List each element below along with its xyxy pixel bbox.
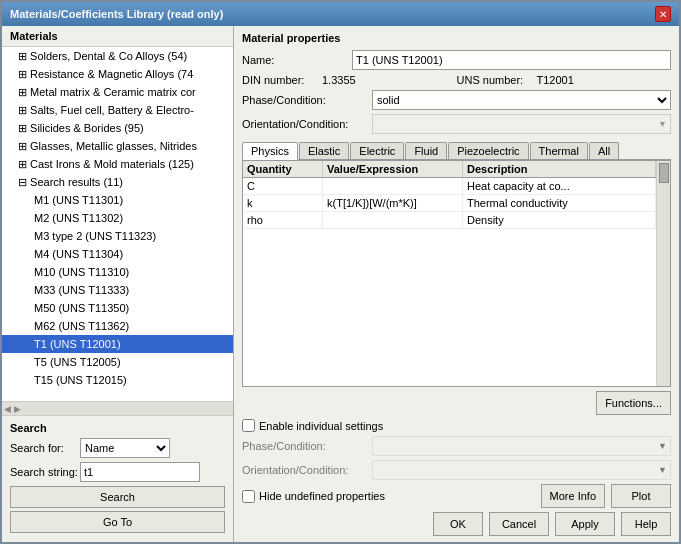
tab-piezoelectric[interactable]: Piezoelectric xyxy=(448,142,528,159)
tab-all[interactable]: All xyxy=(589,142,619,159)
functions-button[interactable]: Functions... xyxy=(596,391,671,415)
phase-row: Phase/Condition: solid liquid gas xyxy=(242,90,671,110)
orientation-row: Orientation/Condition: ▼ xyxy=(242,114,671,134)
help-button[interactable]: Help xyxy=(621,512,671,536)
table-row[interactable]: k k(T[1/K])[W/(m*K)] Thermal conductivit… xyxy=(243,195,656,212)
tree-item[interactable]: M2 (UNS T11302) xyxy=(2,209,233,227)
phase2-label: Phase/Condition: xyxy=(242,440,372,452)
cell-value xyxy=(323,178,463,194)
cell-value xyxy=(323,212,463,228)
tree-item[interactable]: T5 (UNS T12005) xyxy=(2,353,233,371)
more-info-plot-area: More Info Plot xyxy=(541,484,671,508)
cell-quantity: rho xyxy=(243,212,323,228)
tree-item[interactable]: M50 (UNS T11350) xyxy=(2,299,233,317)
name-input[interactable] xyxy=(352,50,671,70)
din-uns-row: DIN number: 1.3355 UNS number: T12001 xyxy=(242,74,671,86)
tree-item[interactable]: M33 (UNS T11333) xyxy=(2,281,233,299)
cell-description: Density xyxy=(463,212,656,228)
phase2-dropdown: ▼ xyxy=(372,436,671,456)
search-panel: Search Search for: Name Formula Descript… xyxy=(2,415,233,542)
hide-undefined-checkbox[interactable] xyxy=(242,490,255,503)
table-data: Quantity Value/Expression Description C … xyxy=(243,161,656,386)
title-bar: Materials/Coefficients Library (read onl… xyxy=(2,2,679,26)
tree-item[interactable]: ⊞ Silicides & Borides (95) xyxy=(2,119,233,137)
phase-select[interactable]: solid liquid gas xyxy=(372,90,671,110)
table-row[interactable]: C Heat capacity at co... xyxy=(243,178,656,195)
din-value: 1.3355 xyxy=(322,74,356,86)
table-header: Quantity Value/Expression Description xyxy=(243,161,656,178)
search-button[interactable]: Search xyxy=(10,486,225,508)
hide-undefined-row: Hide undefined properties xyxy=(242,490,385,503)
material-properties-header: Material properties xyxy=(242,32,671,44)
tree-item[interactable]: M3 type 2 (UNS T11323) xyxy=(2,227,233,245)
hide-undefined-label: Hide undefined properties xyxy=(259,490,385,502)
tab-elastic[interactable]: Elastic xyxy=(299,142,349,159)
search-string-row: Search string: xyxy=(10,462,225,482)
cell-value: k(T[1/K])[W/(m*K)] xyxy=(323,195,463,211)
ok-button[interactable]: OK xyxy=(433,512,483,536)
tab-thermal[interactable]: Thermal xyxy=(530,142,588,159)
name-row: Name: xyxy=(242,50,671,70)
uns-value: T12001 xyxy=(537,74,574,86)
name-label: Name: xyxy=(242,54,352,66)
left-panel: Materials ⊞ Solders, Dental & Co Alloys … xyxy=(2,26,234,542)
apply-button[interactable]: Apply xyxy=(555,512,615,536)
col-description: Description xyxy=(463,161,656,177)
tree-item[interactable]: ⊞ Cast Irons & Mold materials (125) xyxy=(2,155,233,173)
window-title: Materials/Coefficients Library (read onl… xyxy=(10,8,223,20)
table-scrollbar[interactable] xyxy=(656,161,670,386)
tree-item[interactable]: M62 (UNS T11362) xyxy=(2,317,233,335)
functions-plot-row: Functions... xyxy=(242,391,671,415)
orientation2-dropdown: ▼ xyxy=(372,460,671,480)
search-string-input[interactable] xyxy=(80,462,200,482)
tree-item[interactable]: ⊞ Salts, Fuel cell, Battery & Electro- xyxy=(2,101,233,119)
table-row[interactable]: rho Density xyxy=(243,212,656,229)
main-buttons-row: OK Cancel Apply Help xyxy=(242,512,671,536)
uns-label: UNS number: xyxy=(457,74,537,86)
tree-item[interactable]: M1 (UNS T11301) xyxy=(2,191,233,209)
right-panel: Material properties Name: DIN number: 1.… xyxy=(234,26,679,542)
phase-label: Phase/Condition: xyxy=(242,94,372,106)
search-for-row: Search for: Name Formula Description xyxy=(10,438,225,458)
cell-quantity: C xyxy=(243,178,323,194)
enable-individual-row: Enable individual settings xyxy=(242,419,671,432)
tree-item[interactable]: ⊞ Metal matrix & Ceramic matrix cor xyxy=(2,83,233,101)
cell-description: Heat capacity at co... xyxy=(463,178,656,194)
orientation-label: Orientation/Condition: xyxy=(242,118,372,130)
tree-item[interactable]: M10 (UNS T11310) xyxy=(2,263,233,281)
din-label: DIN number: xyxy=(242,74,322,86)
din-section: DIN number: 1.3355 xyxy=(242,74,457,86)
phase2-row: Phase/Condition: ▼ xyxy=(242,436,671,456)
orientation-dropdown-disabled: ▼ xyxy=(372,114,671,134)
tree-content: ⊞ Solders, Dental & Co Alloys (54)⊞ Resi… xyxy=(2,47,233,401)
close-button[interactable]: ✕ xyxy=(655,6,671,22)
tree-item[interactable]: T15 (UNS T12015) xyxy=(2,371,233,389)
col-quantity: Quantity xyxy=(243,161,323,177)
orientation2-row: Orientation/Condition: ▼ xyxy=(242,460,671,480)
tree-item[interactable]: ⊟ Search results (11) xyxy=(2,173,233,191)
search-for-label: Search for: xyxy=(10,442,80,454)
goto-button[interactable]: Go To xyxy=(10,511,225,533)
properties-table: Quantity Value/Expression Description C … xyxy=(242,160,671,387)
tree-item[interactable]: ⊞ Solders, Dental & Co Alloys (54) xyxy=(2,47,233,65)
content-area: Materials ⊞ Solders, Dental & Co Alloys … xyxy=(2,26,679,542)
tree-item[interactable]: T1 (UNS T12001) xyxy=(2,335,233,353)
search-for-select[interactable]: Name Formula Description xyxy=(80,438,170,458)
search-string-label: Search string: xyxy=(10,466,80,478)
orientation2-label: Orientation/Condition: xyxy=(242,464,372,476)
tree-item[interactable]: M4 (UNS T11304) xyxy=(2,245,233,263)
tab-physics[interactable]: Physics xyxy=(242,142,298,160)
tab-electric[interactable]: Electric xyxy=(350,142,404,159)
physics-tabs: Physics Elastic Electric Fluid Piezoelec… xyxy=(242,142,671,160)
tree-item[interactable]: ⊞ Glasses, Metallic glasses, Nitrides xyxy=(2,137,233,155)
search-header: Search xyxy=(10,422,225,434)
tree-scroll-area: ⊞ Solders, Dental & Co Alloys (54)⊞ Resi… xyxy=(2,47,233,401)
horizontal-scrollbar[interactable]: ◀ ▶ xyxy=(2,401,233,415)
enable-individual-checkbox[interactable] xyxy=(242,419,255,432)
more-info-button[interactable]: More Info xyxy=(541,484,605,508)
tree-item[interactable]: ⊞ Resistance & Magnetic Alloys (74 xyxy=(2,65,233,83)
cancel-button[interactable]: Cancel xyxy=(489,512,549,536)
col-value: Value/Expression xyxy=(323,161,463,177)
tab-fluid[interactable]: Fluid xyxy=(405,142,447,159)
plot-button[interactable]: Plot xyxy=(611,484,671,508)
